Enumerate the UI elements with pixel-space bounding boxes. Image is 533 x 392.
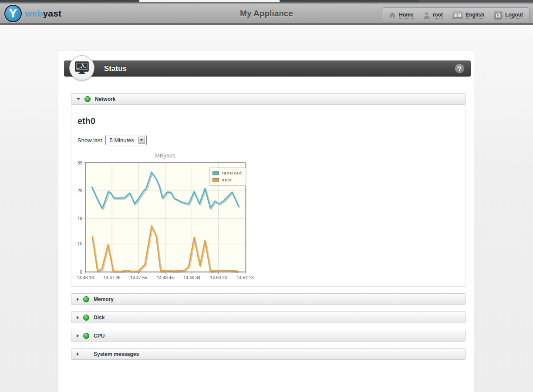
nav-user[interactable]: root	[423, 12, 443, 19]
chevron-right-icon	[77, 298, 79, 301]
section-disk-header[interactable]: Disk	[71, 312, 466, 323]
svg-text:14:48:45: 14:48:45	[157, 275, 174, 280]
chevron-right-icon	[77, 352, 79, 356]
svg-text:14:47:06: 14:47:06	[104, 275, 121, 280]
nav-home-label: Home	[399, 12, 413, 19]
chevron-down-icon	[140, 139, 143, 141]
section-network-label: Network	[95, 96, 115, 102]
chevron-down-icon	[77, 98, 80, 100]
logout-icon	[494, 11, 503, 20]
show-last-selected-value: 5 Minutes	[106, 137, 138, 144]
chevron-right-icon	[77, 316, 79, 319]
help-button[interactable]: ?	[455, 64, 465, 74]
nav-logout[interactable]: Logout	[494, 11, 523, 20]
section-cpu-label: CPU	[94, 333, 105, 339]
svg-text:MByte/s: MByte/s	[155, 152, 175, 159]
svg-text:14:51:13: 14:51:13	[237, 275, 254, 280]
network-section-content: eth0 Show last 5 Minutes MByte/s14:46:16…	[71, 105, 466, 287]
status-monitor-icon	[69, 55, 94, 80]
section-system-messages: System messages	[71, 348, 466, 360]
section-disk-label: Disk	[94, 315, 105, 321]
section-system-messages-header[interactable]: System messages	[71, 348, 466, 360]
section-memory: Memory	[71, 293, 466, 305]
svg-text:14:50:24: 14:50:24	[210, 275, 227, 280]
chart-legend: receivedsent	[209, 168, 246, 186]
legend-label-received: received	[222, 171, 242, 175]
svg-text:29: 29	[78, 188, 83, 193]
status-accordion: Network eth0 Show last 5 Minutes MByte/s…	[71, 93, 466, 366]
section-cpu-header[interactable]: CPU	[71, 330, 466, 342]
nav-logout-label: Logout	[505, 12, 523, 19]
legend-item-sent: sent	[213, 177, 242, 184]
memory-status-ok-icon	[83, 296, 89, 302]
section-network-header[interactable]: Network	[71, 93, 466, 105]
svg-text:14:46:16: 14:46:16	[77, 275, 94, 280]
svg-text:10: 10	[78, 241, 83, 246]
status-header-bar: Status ?	[64, 60, 471, 77]
home-icon	[388, 12, 396, 19]
svg-text:19: 19	[78, 216, 83, 221]
section-cpu: CPU	[71, 330, 466, 342]
user-icon	[423, 12, 430, 19]
section-system-messages-label: System messages	[94, 351, 139, 357]
show-last-label: Show last	[78, 137, 102, 144]
status-title: Status	[104, 64, 127, 73]
section-disk: Disk	[71, 312, 466, 323]
content-panel: Status ? Network eth0 Show last 5 Minute…	[58, 50, 474, 392]
nav-language[interactable]: EN English	[452, 11, 484, 19]
header-nav: Home root EN English Logout	[382, 7, 530, 23]
svg-text:39: 39	[78, 161, 83, 165]
legend-swatch-received	[213, 171, 219, 175]
interface-name: eth0	[78, 116, 459, 126]
nav-user-label: root	[433, 12, 443, 19]
nav-home[interactable]: Home	[388, 12, 413, 19]
section-memory-header[interactable]: Memory	[71, 293, 466, 305]
nav-language-label: English	[466, 12, 484, 19]
network-chart-container: MByte/s14:46:1614:47:0614:47:5514:48:451…	[78, 150, 260, 283]
legend-label-sent: sent	[222, 178, 232, 182]
chevron-right-icon	[77, 334, 79, 338]
svg-text:14:47:55: 14:47:55	[130, 275, 147, 280]
network-status-ok-icon	[84, 96, 91, 102]
legend-swatch-sent	[213, 178, 219, 182]
cpu-status-ok-icon	[83, 333, 89, 339]
section-network: Network eth0 Show last 5 Minutes MByte/s…	[71, 93, 466, 287]
disk-status-ok-icon	[83, 315, 89, 321]
select-dropdown-button[interactable]	[138, 137, 145, 144]
svg-text:0: 0	[80, 270, 82, 275]
legend-item-received: received	[213, 170, 242, 177]
app-header: Y webyast My Appliance Home root EN Engl…	[0, 2, 533, 25]
language-badge-icon: EN	[452, 11, 463, 19]
svg-text:14:49:34: 14:49:34	[183, 275, 200, 280]
show-last-select[interactable]: 5 Minutes	[105, 135, 146, 145]
section-memory-label: Memory	[94, 296, 114, 302]
